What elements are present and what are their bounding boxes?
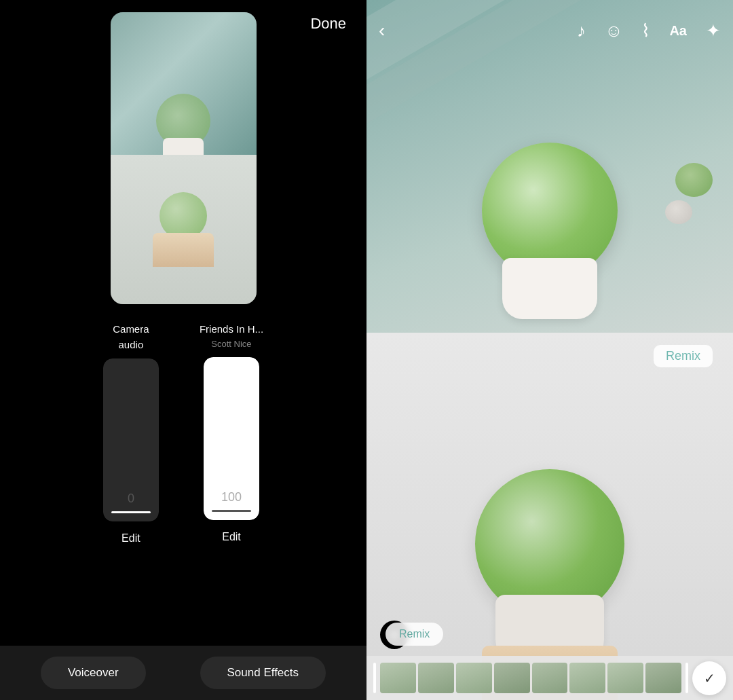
timeline-frame-1 xyxy=(380,663,416,693)
right-bottom-image: Remix + Remix ✓ xyxy=(366,333,733,700)
left-panel: Done Camera audio 0 xyxy=(0,0,366,700)
toolbar-icons: ♪ ☺ ⌇ Aa ✦ xyxy=(577,20,721,41)
music-volume-bg: 100 xyxy=(204,357,259,520)
timeline-bar: ✓ xyxy=(366,656,733,700)
camera-audio-title: Camera xyxy=(113,323,149,335)
audio-controls: Camera audio 0 Edit Friends In H... Scot… xyxy=(103,323,263,545)
video-preview xyxy=(111,12,257,304)
face-icon[interactable]: ☺ xyxy=(605,20,623,41)
sound-effects-button[interactable]: Sound Effects xyxy=(200,657,326,689)
timeline-frame-7 xyxy=(607,663,643,693)
bottom-bar: Voiceover Sound Effects xyxy=(0,646,366,700)
right-toolbar: ‹ ♪ ☺ ⌇ Aa ✦ xyxy=(366,0,733,61)
check-icon: ✓ xyxy=(704,670,715,686)
camera-audio-title2: audio xyxy=(119,339,144,350)
hand-plant xyxy=(153,192,214,267)
music-track-title: Friends In H... xyxy=(200,323,263,335)
video-top-frame xyxy=(111,12,257,155)
camera-audio-track: Camera audio 0 Edit xyxy=(103,323,159,545)
music-track: Friends In H... Scott Nice 100 Edit xyxy=(200,323,263,543)
check-button[interactable]: ✓ xyxy=(692,661,726,695)
mute-icon[interactable]: ⌇ xyxy=(641,20,650,41)
camera-volume-slider[interactable]: 0 xyxy=(103,358,159,521)
text-icon[interactable]: Aa xyxy=(669,23,687,39)
sparkle-icon[interactable]: ✦ xyxy=(706,20,721,41)
pot-top xyxy=(163,138,204,155)
music-icon[interactable]: ♪ xyxy=(577,20,586,41)
back-button[interactable]: ‹ xyxy=(379,20,385,41)
right-panel: ‹ ♪ ☺ ⌇ Aa ✦ Remix + Remix xyxy=(366,0,733,700)
timeline-frame-4 xyxy=(494,663,530,693)
timeline-frame-8 xyxy=(645,663,681,693)
hand xyxy=(153,233,214,267)
remix-badge-bottom[interactable]: Remix xyxy=(386,623,443,646)
timeline-start-cursor xyxy=(373,663,376,693)
small-plant xyxy=(675,163,713,197)
music-volume-line xyxy=(212,510,250,512)
camera-volume-line xyxy=(111,511,150,513)
timeline-frame-2 xyxy=(418,663,454,693)
camera-volume-number: 0 xyxy=(128,492,134,506)
music-volume-slider[interactable]: 100 xyxy=(204,357,259,520)
camera-volume-bg: 0 xyxy=(103,358,159,521)
timeline-frame-3 xyxy=(456,663,492,693)
camera-edit-button[interactable]: Edit xyxy=(121,532,140,545)
voiceover-button[interactable]: Voiceover xyxy=(41,657,146,689)
video-bottom-frame xyxy=(111,155,257,304)
stone xyxy=(665,200,692,224)
music-volume-number: 100 xyxy=(221,490,242,504)
remix-badge-top: Remix xyxy=(654,345,713,367)
timeline-frames[interactable] xyxy=(380,663,681,693)
music-edit-button[interactable]: Edit xyxy=(222,531,241,543)
music-track-artist: Scott Nice xyxy=(211,339,251,349)
done-button[interactable]: Done xyxy=(310,15,346,33)
timeline-frame-5 xyxy=(532,663,568,693)
timeline-frame-6 xyxy=(569,663,605,693)
timeline-end-cursor xyxy=(685,663,688,693)
right-top-pot xyxy=(502,258,597,319)
